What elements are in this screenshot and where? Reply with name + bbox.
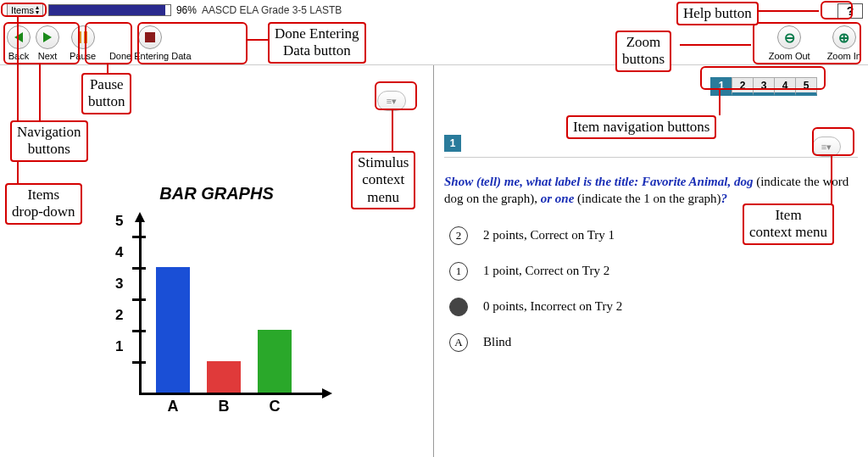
callout-zoom: Zoom buttons bbox=[615, 31, 671, 72]
callout-stim-ctx: Stimulus context menu bbox=[351, 151, 415, 209]
bar-graph: 1 2 3 4 5 A B C bbox=[112, 220, 324, 415]
callout-help: Help button bbox=[676, 2, 759, 25]
zoom-button-group: ⊖ Zoom Out ⊕ Zoom In bbox=[769, 25, 861, 61]
option-text: Blind bbox=[483, 335, 511, 349]
back-label: Back bbox=[8, 51, 29, 61]
pause-icon bbox=[78, 31, 87, 43]
y-tick bbox=[132, 236, 146, 238]
item-tab-4[interactable]: 4 bbox=[774, 77, 796, 96]
prompt-segment: Show (tell) me, what label is the title:… bbox=[444, 175, 753, 188]
pause-group: Pause bbox=[70, 25, 96, 61]
x-label: B bbox=[219, 398, 230, 415]
item-tab-3[interactable]: 3 bbox=[753, 77, 775, 96]
done-entering-data-button[interactable]: Done Entering Data bbox=[106, 25, 194, 61]
done-group: Done Entering Data bbox=[106, 25, 194, 61]
callout-nav: Navigation buttons bbox=[10, 120, 88, 162]
zoom-out-label: Zoom Out bbox=[769, 51, 810, 61]
bar-c bbox=[258, 330, 292, 393]
zoom-out-icon: ⊖ bbox=[784, 30, 795, 46]
y-tick bbox=[132, 330, 146, 332]
connector bbox=[680, 44, 751, 46]
connector bbox=[719, 90, 721, 115]
option-text: 1 point, Correct on Try 2 bbox=[483, 264, 609, 278]
zoom-in-label: Zoom In bbox=[827, 51, 861, 61]
back-button[interactable]: Back bbox=[7, 25, 31, 61]
zoom-out-button[interactable]: ⊖ Zoom Out bbox=[769, 25, 810, 61]
y-tick-label: 2 bbox=[115, 307, 123, 324]
callout-pause: Pause button bbox=[81, 73, 131, 114]
answer-option[interactable]: A Blind bbox=[449, 333, 858, 352]
item-tab-2[interactable]: 2 bbox=[732, 77, 754, 96]
y-tick bbox=[132, 361, 146, 364]
test-title: AASCD ELA Grade 3-5 LASTB bbox=[202, 4, 342, 16]
connector bbox=[248, 39, 268, 41]
arrow-left-icon bbox=[14, 32, 23, 42]
item-context-menu-button[interactable]: ≡▾ bbox=[812, 137, 841, 157]
prompt-segment: ? bbox=[721, 192, 728, 205]
help-icon: ? bbox=[847, 4, 854, 18]
x-axis bbox=[139, 393, 324, 395]
nav-button-group: Back Next bbox=[7, 25, 59, 61]
next-button[interactable]: Next bbox=[36, 25, 59, 61]
callout-items-dd: Items drop-down bbox=[5, 183, 82, 225]
x-label: C bbox=[270, 398, 281, 415]
callout-done: Done Entering Data button bbox=[268, 22, 366, 64]
prompt-segment: (indicate the 1 on the graph) bbox=[574, 192, 721, 205]
item-tab-5[interactable]: 5 bbox=[795, 77, 817, 96]
question-divider bbox=[444, 157, 858, 158]
help-button[interactable]: ? bbox=[837, 3, 863, 19]
option-bullet: 1 bbox=[449, 262, 468, 281]
option-bullet: A bbox=[449, 333, 468, 352]
callout-item-nav: Item navigation buttons bbox=[566, 115, 716, 139]
arrow-right-icon bbox=[43, 32, 52, 42]
x-label: A bbox=[168, 398, 179, 415]
y-tick bbox=[132, 267, 146, 270]
pause-label: Pause bbox=[70, 51, 96, 61]
items-dropdown-label: Items bbox=[11, 5, 34, 15]
y-tick bbox=[132, 298, 146, 301]
done-label: Done Entering Data bbox=[109, 51, 192, 61]
y-tick-label: 4 bbox=[115, 244, 123, 261]
dropdown-arrows-icon: ▴▾ bbox=[36, 5, 39, 15]
y-tick-label: 5 bbox=[115, 213, 123, 230]
context-menu-icon: ≡▾ bbox=[821, 142, 832, 153]
answer-option[interactable]: 0 points, Incorrect on Try 2 bbox=[449, 298, 858, 316]
progress-percent: 96% bbox=[176, 4, 197, 16]
y-tick-label: 3 bbox=[115, 276, 123, 293]
progress-fill bbox=[49, 5, 165, 15]
next-label: Next bbox=[38, 51, 58, 61]
items-dropdown[interactable]: Items ▴▾ bbox=[7, 3, 43, 17]
zoom-in-icon: ⊕ bbox=[838, 30, 849, 46]
callout-item-ctx: Item context menu bbox=[743, 203, 834, 245]
stop-icon bbox=[145, 32, 155, 42]
context-menu-icon: ≡▾ bbox=[387, 96, 397, 107]
connector bbox=[831, 156, 832, 203]
connector bbox=[758, 10, 819, 12]
option-text: 2 points, Correct on Try 1 bbox=[483, 228, 615, 242]
stimulus-context-menu-button[interactable]: ≡▾ bbox=[377, 91, 406, 111]
bar-a bbox=[156, 267, 190, 393]
zoom-in-button[interactable]: ⊕ Zoom In bbox=[827, 25, 861, 61]
progress-bar bbox=[48, 4, 171, 16]
option-text: 0 points, Incorrect on Try 2 bbox=[483, 299, 622, 314]
answer-option[interactable]: 1 1 point, Correct on Try 2 bbox=[449, 262, 858, 281]
item-tab-1[interactable]: 1 bbox=[710, 77, 732, 96]
question-prompt: Show (tell) me, what label is the title:… bbox=[444, 173, 858, 208]
option-bullet: 2 bbox=[449, 226, 468, 245]
connector bbox=[392, 110, 393, 151]
y-tick-label: 1 bbox=[115, 338, 123, 355]
connector bbox=[39, 64, 41, 120]
bar-b bbox=[207, 361, 241, 393]
pause-button[interactable]: Pause bbox=[70, 25, 96, 61]
question-number: 1 bbox=[444, 135, 461, 152]
option-bullet-filled bbox=[449, 298, 468, 316]
prompt-segment: or one bbox=[541, 192, 575, 205]
y-axis bbox=[139, 220, 142, 395]
item-nav-tabs: 1 2 3 4 5 bbox=[711, 77, 817, 96]
